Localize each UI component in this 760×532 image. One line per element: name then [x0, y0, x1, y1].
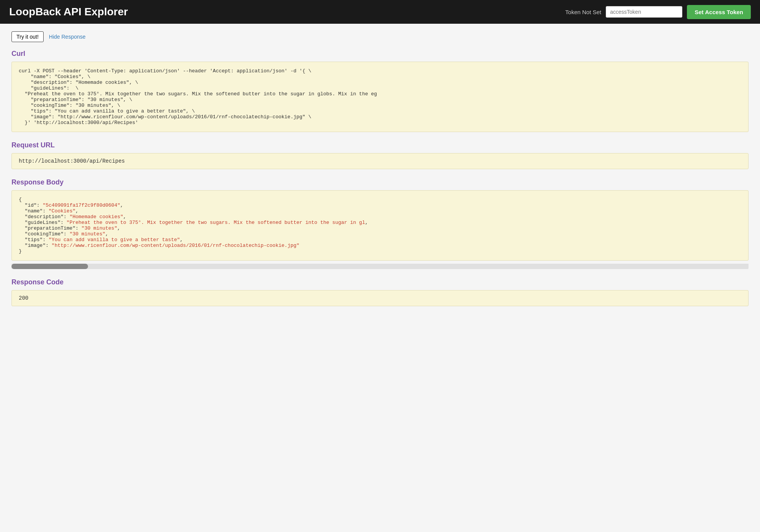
curl-section: Curl curl -X POST --header 'Content-Type…	[11, 50, 749, 132]
scrollbar-area[interactable]	[11, 264, 749, 269]
response-code-heading: Response Code	[11, 278, 749, 286]
scrollbar-thumb[interactable]	[11, 264, 88, 269]
response-code-section: Response Code 200	[11, 278, 749, 306]
token-status: Token Not Set	[565, 9, 601, 15]
curl-code-block: curl -X POST --header 'Content-Type: app…	[11, 62, 749, 132]
set-access-token-button[interactable]: Set Access Token	[687, 5, 751, 19]
hide-response-link[interactable]: Hide Response	[49, 34, 86, 40]
access-token-input[interactable]	[606, 6, 682, 18]
response-body-section: Response Body { "id": "5c409091fa17f2c9f…	[11, 178, 749, 269]
request-url-value: http://localhost:3000/api/Recipes	[11, 153, 749, 169]
curl-heading: Curl	[11, 50, 749, 58]
response-body-json: { "id": "5c409091fa17f2c9f80d0604", "nam…	[11, 190, 749, 261]
try-it-out-button[interactable]: Try it out!	[11, 31, 44, 42]
app-title: LoopBack API Explorer	[9, 6, 128, 18]
main-content: Try it out! Hide Response Curl curl -X P…	[0, 24, 760, 532]
response-body-heading: Response Body	[11, 178, 749, 186]
header-right: Token Not Set Set Access Token	[565, 5, 751, 19]
header: LoopBack API Explorer Token Not Set Set …	[0, 0, 760, 24]
response-code-value: 200	[11, 290, 749, 306]
request-url-section: Request URL http://localhost:3000/api/Re…	[11, 141, 749, 169]
action-row: Try it out! Hide Response	[11, 31, 749, 42]
request-url-heading: Request URL	[11, 141, 749, 149]
